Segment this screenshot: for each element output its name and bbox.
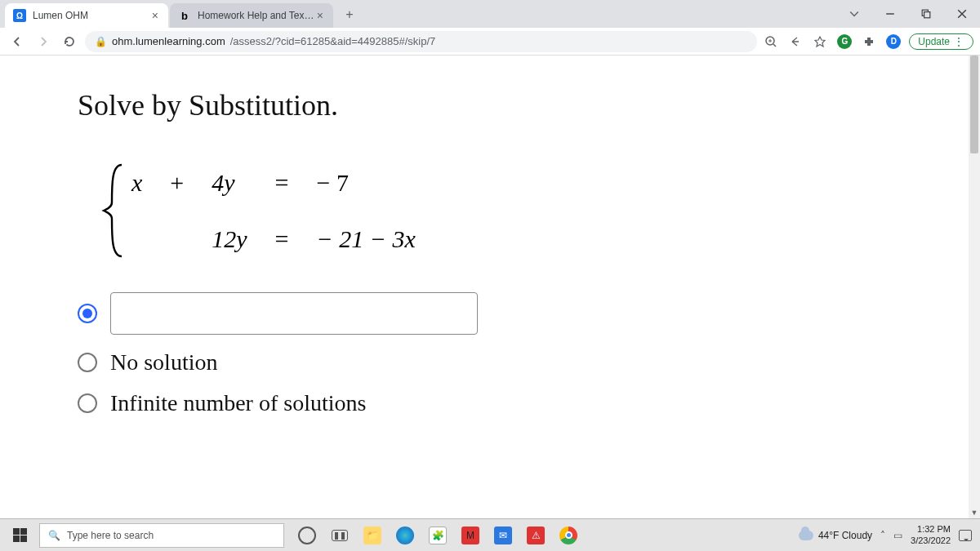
- update-label: Update: [918, 36, 950, 47]
- browser-tabstrip: Ω Lumen OHM × b Homework Help and Textbo…: [0, 0, 980, 28]
- maximize-button[interactable]: [908, 0, 944, 28]
- file-explorer-icon[interactable]: 📁: [358, 519, 387, 552]
- tab-title: Lumen OHM: [33, 10, 150, 21]
- window-controls: [836, 0, 980, 28]
- reload-button[interactable]: [59, 31, 80, 52]
- extension-grammarly-icon[interactable]: G: [835, 33, 853, 51]
- windows-taskbar: 🔍 Type here to search 📁 🧩 M ✉ ⚠ 44°F Clo…: [0, 518, 980, 551]
- eq2-term-12y: 12y: [212, 225, 247, 253]
- chrome-icon[interactable]: [554, 519, 583, 552]
- menu-dots-icon: ⋮: [953, 36, 964, 47]
- radio-no-solution[interactable]: [78, 353, 97, 372]
- favicon-lumen: Ω: [13, 9, 26, 22]
- minimize-button[interactable]: [872, 0, 908, 28]
- url-path: /assess2/?cid=61285&aid=4492885#/skip/7: [230, 35, 436, 47]
- scrollbar-thumb[interactable]: [970, 56, 978, 153]
- tray-expand-icon[interactable]: ˄: [880, 530, 885, 541]
- vertical-scrollbar[interactable]: ▲ ▼: [969, 56, 980, 518]
- lock-icon: 🔒: [95, 36, 107, 47]
- url-domain: ohm.lumenlearning.com: [112, 35, 225, 47]
- update-button[interactable]: Update ⋮: [909, 33, 973, 50]
- zoom-icon[interactable]: [762, 33, 780, 51]
- option-no-solution: No solution: [78, 349, 969, 375]
- weather-widget[interactable]: 44°F Cloudy: [799, 530, 872, 541]
- question-title: Solve by Substitution.: [78, 88, 969, 122]
- clock[interactable]: 1:32 PM 3/23/2022: [911, 524, 951, 545]
- start-button[interactable]: [0, 519, 39, 552]
- taskbar-search[interactable]: 🔍 Type here to search: [39, 523, 284, 548]
- close-icon[interactable]: ×: [315, 9, 325, 22]
- notifications-icon[interactable]: [959, 530, 972, 541]
- eq2-equals: =: [275, 225, 289, 253]
- share-icon[interactable]: [786, 33, 804, 51]
- favicon-bartleby: b: [178, 9, 191, 22]
- bookmark-icon[interactable]: [811, 33, 829, 51]
- radio-infinite-solutions[interactable]: [78, 393, 97, 413]
- time-text: 1:32 PM: [911, 524, 951, 535]
- cortana-icon[interactable]: [292, 519, 322, 552]
- mail-icon[interactable]: ✉: [488, 519, 518, 552]
- answer-options: No solution Infinite number of solutions: [78, 292, 969, 416]
- eq2-rhs: − 21 − 3x: [317, 225, 416, 253]
- weather-text: 44°F Cloudy: [818, 530, 872, 541]
- option-infinite-solutions: Infinite number of solutions: [78, 390, 969, 416]
- profile-icon[interactable]: D: [884, 33, 902, 51]
- eq1-rhs: − 7: [317, 169, 416, 197]
- ms-store-icon[interactable]: 🧩: [423, 519, 452, 552]
- scroll-down-icon[interactable]: ▼: [969, 507, 980, 518]
- search-icon: 🔍: [48, 530, 60, 541]
- tab-title: Homework Help and Textbook So: [198, 10, 315, 21]
- close-icon[interactable]: ×: [150, 9, 160, 22]
- address-bar: 🔒 ohm.lumenlearning.com/assess2/?cid=612…: [0, 28, 980, 56]
- windows-logo-icon: [13, 528, 27, 542]
- task-view-icon[interactable]: [325, 519, 354, 552]
- url-box[interactable]: 🔒 ohm.lumenlearning.com/assess2/?cid=612…: [85, 31, 757, 52]
- edge-icon[interactable]: [390, 519, 420, 552]
- close-window-button[interactable]: [944, 0, 980, 28]
- date-text: 3/23/2022: [911, 535, 951, 546]
- left-brace-icon: [99, 162, 131, 260]
- radio-custom-answer[interactable]: [78, 304, 97, 323]
- eq1-term-4y: 4y: [212, 169, 247, 197]
- back-button[interactable]: [7, 31, 28, 52]
- security-icon[interactable]: ⚠: [521, 519, 550, 552]
- app-red-icon[interactable]: M: [456, 519, 485, 552]
- tab-dropdown-icon[interactable]: [836, 0, 872, 28]
- forward-button[interactable]: [33, 31, 54, 52]
- battery-icon[interactable]: ▭: [893, 530, 902, 541]
- equation-system: x + 4y = − 7 12y = − 21 − 3x: [99, 162, 969, 260]
- new-tab-button[interactable]: +: [338, 3, 361, 26]
- search-placeholder: Type here to search: [67, 530, 154, 541]
- cloud-icon: [799, 531, 813, 540]
- eq1-op: +: [170, 169, 184, 197]
- svg-line-6: [773, 44, 776, 47]
- label-no-solution: No solution: [110, 349, 217, 375]
- tab-homework-help[interactable]: b Homework Help and Textbook So ×: [170, 3, 333, 28]
- option-custom-answer: [78, 292, 969, 335]
- extensions-icon[interactable]: [860, 33, 878, 51]
- eq1-term-x: x: [131, 169, 142, 197]
- eq1-equals: =: [275, 169, 289, 197]
- answer-input[interactable]: [110, 292, 478, 335]
- label-infinite-solutions: Infinite number of solutions: [110, 390, 366, 416]
- tab-lumen-ohm[interactable]: Ω Lumen OHM ×: [5, 3, 168, 28]
- page-viewport: Solve by Substitution. x + 4y = − 7 12y …: [0, 56, 969, 518]
- svg-rect-2: [924, 12, 930, 18]
